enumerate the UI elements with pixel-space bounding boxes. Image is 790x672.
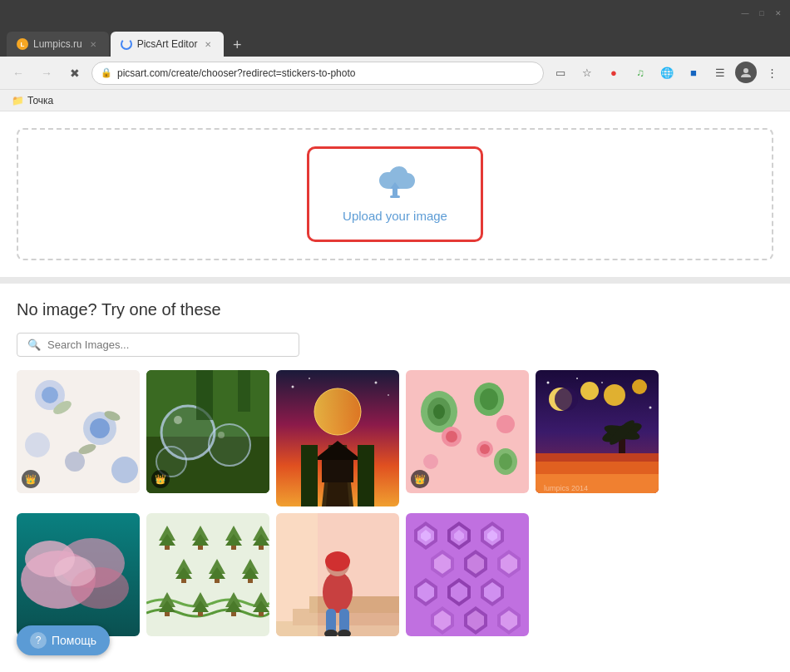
svg-point-45: [480, 388, 498, 410]
tab-close-picsart[interactable]: ✕: [202, 38, 214, 50]
help-button[interactable]: ? Помощь: [17, 625, 110, 655]
svg-rect-115: [309, 596, 399, 613]
maximize-button[interactable]: □: [757, 8, 767, 18]
extension2-icon[interactable]: ♫: [629, 62, 652, 85]
nav-bar: ← → ✖ 🔒 picsart.com/create/chooser?redir…: [0, 57, 790, 90]
svg-point-51: [496, 415, 515, 433]
svg-point-10: [65, 452, 85, 472]
crown-badge-bubbles: 👑: [151, 470, 170, 488]
svg-rect-84: [198, 546, 203, 550]
crown-badge-floral: 👑: [22, 470, 40, 488]
upload-section: Upload your image: [0, 111, 790, 277]
svg-point-24: [218, 432, 225, 438]
svg-text:lumpics 2014: lumpics 2014: [544, 484, 588, 492]
svg-point-36: [292, 386, 294, 388]
no-image-title: No image? Try one of these: [17, 300, 773, 319]
extension1-icon[interactable]: ●: [602, 62, 625, 85]
extension4-icon[interactable]: ☰: [709, 62, 732, 85]
image-grid: 👑: [17, 370, 773, 636]
bookmark-label-tochka: Точка: [27, 95, 53, 106]
tabs-bar: L Lumpics.ru ✕ PicsArt Editor ✕ +: [0, 27, 790, 57]
svg-rect-32: [322, 457, 353, 482]
svg-point-118: [325, 551, 350, 571]
svg-point-116: [323, 571, 353, 613]
xmas-trees-image: [146, 513, 269, 636]
svg-rect-108: [231, 612, 236, 616]
bookmark-star-icon[interactable]: ☆: [575, 62, 599, 85]
image-item-sunset-house[interactable]: [276, 370, 399, 506]
close-button[interactable]: ✕: [773, 8, 783, 18]
back-button[interactable]: ←: [7, 62, 30, 85]
tab-lumpics[interactable]: L Lumpics.ru ✕: [7, 32, 109, 57]
search-input[interactable]: [47, 338, 289, 351]
upload-box[interactable]: Upload your image: [307, 146, 483, 242]
svg-rect-2: [390, 195, 400, 198]
svg-point-8: [25, 432, 50, 457]
more-options-button[interactable]: ⋮: [760, 62, 783, 85]
bookmarks-bar: 📁 Точка: [0, 90, 790, 111]
image-item-bubbles[interactable]: 👑: [146, 370, 269, 493]
svg-point-58: [632, 379, 647, 394]
svg-point-59: [555, 388, 578, 411]
title-bar: — □ ✕: [0, 0, 790, 27]
folder-icon: 📁: [12, 95, 24, 106]
svg-point-9: [111, 457, 138, 483]
svg-point-23: [174, 416, 182, 424]
svg-rect-35: [358, 445, 374, 506]
svg-rect-93: [181, 579, 186, 583]
image-item-xmas-trees[interactable]: [146, 513, 269, 636]
page-content: Upload your image No image? Try one of t…: [0, 111, 790, 672]
svg-point-69: [601, 382, 603, 383]
new-tab-button[interactable]: +: [225, 33, 249, 57]
minimize-button[interactable]: —: [740, 8, 750, 18]
svg-point-0: [743, 68, 748, 73]
svg-point-50: [423, 454, 438, 469]
svg-rect-90: [259, 546, 264, 550]
extension3-icon[interactable]: ■: [682, 62, 705, 85]
svg-point-56: [580, 382, 599, 400]
image-item-floral[interactable]: 👑: [17, 370, 140, 493]
section-divider: [0, 277, 790, 284]
svg-rect-111: [259, 612, 264, 616]
svg-point-43: [433, 404, 445, 419]
svg-point-20: [209, 424, 250, 466]
svg-point-77: [54, 556, 96, 586]
image-item-gems[interactable]: [406, 513, 529, 636]
search-bar[interactable]: 🔍: [17, 333, 299, 357]
svg-point-37: [309, 378, 310, 379]
upload-area-container: Upload your image: [17, 128, 773, 260]
svg-point-67: [547, 382, 550, 384]
girl-stairs-image: [276, 513, 399, 636]
image-item-clouds[interactable]: [17, 513, 140, 636]
help-icon: ?: [30, 632, 47, 649]
tab-close-lumpics[interactable]: ✕: [87, 38, 99, 50]
reload-button[interactable]: ✖: [63, 62, 86, 85]
lock-icon: 🔒: [101, 67, 112, 78]
no-image-section: No image? Try one of these 🔍: [0, 284, 790, 672]
bookmark-folder-tochka[interactable]: 📁 Точка: [7, 93, 58, 108]
address-bar[interactable]: 🔒 picsart.com/create/chooser?redirect=st…: [91, 62, 544, 85]
tab-picsart[interactable]: PicsArt Editor ✕: [111, 32, 225, 57]
svg-point-39: [388, 394, 389, 396]
tab-label-lumpics: Lumpics.ru: [33, 38, 82, 50]
svg-rect-105: [198, 612, 203, 616]
cast-icon[interactable]: ▭: [549, 62, 572, 85]
svg-point-57: [604, 384, 625, 406]
svg-rect-26: [238, 370, 250, 412]
profile-button[interactable]: [735, 62, 757, 83]
extensions-icon[interactable]: 🌐: [655, 62, 679, 85]
gems-image: [406, 513, 529, 636]
svg-rect-25: [196, 370, 213, 420]
svg-rect-99: [248, 579, 253, 583]
image-item-cactus[interactable]: 👑: [406, 370, 529, 493]
tab-favicon-picsart: [121, 38, 132, 50]
tab-favicon-lumpics: L: [17, 38, 28, 50]
image-item-night-sky[interactable]: lumpics 2014: [536, 370, 659, 493]
search-icon: 🔍: [27, 338, 41, 351]
upload-text: Upload your image: [343, 209, 447, 223]
svg-rect-123: [276, 513, 318, 636]
forward-button[interactable]: →: [35, 62, 58, 85]
profile-icon: [739, 66, 753, 79]
image-item-girl-stairs[interactable]: [276, 513, 399, 636]
clouds-image: [17, 513, 140, 636]
